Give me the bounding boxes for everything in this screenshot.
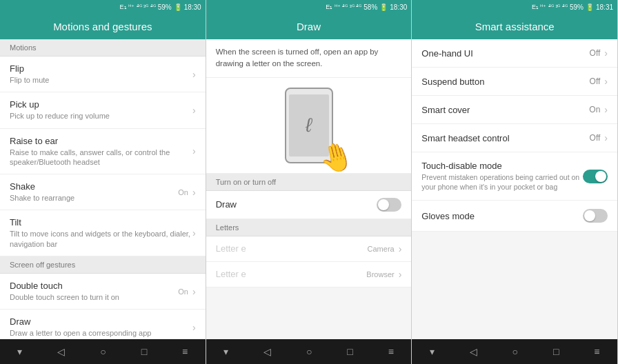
pickup-sub: Pick up to reduce ring volume bbox=[10, 111, 192, 121]
shake-title: Shake bbox=[10, 181, 178, 192]
list-item-shake[interactable]: Shake Shake to rearrange On › bbox=[0, 174, 206, 210]
chevron-double-touch: › bbox=[192, 286, 196, 297]
header-motions: Motions and gestures bbox=[0, 14, 206, 39]
panel-smart-assistance: E₁ ᴴ⁺ ⁴ᴳ ³ᴳ ⁴ᴳ 59% 🔋 18:31 Smart assista… bbox=[412, 0, 618, 364]
chevron-camera: › bbox=[399, 243, 402, 254]
time-1: 18:30 bbox=[184, 3, 201, 11]
smart-row-one-hand-ui[interactable]: One-hand UI Off › bbox=[412, 39, 617, 68]
touch-disable-toggle[interactable] bbox=[583, 170, 608, 183]
chevron-one-hand: › bbox=[604, 48, 608, 59]
section-turn-on-off: Turn on or turn off bbox=[206, 174, 412, 191]
smart-cover-value: On bbox=[589, 105, 600, 114]
nav-home-2[interactable]: ○ bbox=[306, 346, 312, 357]
nav-back-3[interactable]: ▾ bbox=[430, 346, 435, 357]
touch-disable-title: Touch-disable mode bbox=[421, 161, 583, 171]
nav-back-arrow-3[interactable]: ◁ bbox=[470, 346, 477, 357]
suspend-button-title: Suspend button bbox=[421, 77, 589, 87]
smart-row-headset-control[interactable]: Smart headset control Off › bbox=[412, 124, 617, 152]
draw-letter-icon: ℓ bbox=[306, 114, 312, 136]
list-item-letter-camera[interactable]: Letter e Camera › bbox=[206, 236, 412, 262]
status-bar-3: E₁ ᴴ⁺ ⁴ᴳ ³ᴳ ⁴ᴳ 59% 🔋 18:31 bbox=[412, 0, 617, 14]
nav-back-arrow-2[interactable]: ◁ bbox=[263, 346, 271, 357]
smart-row-smart-cover[interactable]: Smart cover On › bbox=[412, 96, 617, 124]
nav-back-arrow-1[interactable]: ◁ bbox=[57, 346, 65, 357]
chevron-smart-cover: › bbox=[604, 104, 608, 115]
time-3: 18:31 bbox=[596, 3, 613, 11]
nav-bar-2: ▾ ◁ ○ □ ≡ bbox=[206, 339, 412, 364]
gloves-mode-title: Gloves mode bbox=[421, 211, 583, 221]
nav-menu-3[interactable]: ≡ bbox=[594, 346, 599, 357]
toggle-knob-gloves bbox=[584, 210, 595, 221]
list-item-letter-browser[interactable]: Letter e Browser › bbox=[206, 262, 412, 287]
letter-browser-app: Browser bbox=[366, 270, 394, 279]
pickup-title: Pick up bbox=[10, 99, 192, 110]
list-item-draw-toggle[interactable]: Draw bbox=[206, 191, 412, 219]
chevron-raise: › bbox=[192, 145, 196, 156]
list-item-pickup[interactable]: Pick up Pick up to reduce ring volume › bbox=[0, 92, 206, 128]
nav-menu-2[interactable]: ≡ bbox=[388, 346, 394, 357]
double-touch-sub: Double touch screen to turn it on bbox=[10, 292, 178, 302]
nav-back-1[interactable]: ▾ bbox=[17, 346, 22, 357]
smart-row-suspend-button[interactable]: Suspend button Off › bbox=[412, 68, 617, 96]
nav-menu-1[interactable]: ≡ bbox=[182, 346, 188, 357]
signal-1: E₁ ᴴ⁺ ⁴ᴳ ³ᴳ ⁴ᴳ bbox=[120, 3, 156, 10]
list-item-double-touch[interactable]: Double touch Double touch screen to turn… bbox=[0, 274, 206, 310]
nav-recents-3[interactable]: □ bbox=[553, 346, 559, 357]
list-item-raise[interactable]: Raise to ear Raise to make calls, answer… bbox=[0, 129, 206, 175]
draw-sub-1: Draw a letter to open a corresponding ap… bbox=[10, 328, 192, 338]
draw-toggle[interactable] bbox=[377, 198, 401, 212]
header-draw: Draw bbox=[206, 14, 412, 39]
status-bar-2: E₁ ᴴ⁺ ⁴ᴳ ³ᴳ ⁴ᴳ 58% 🔋 18:30 bbox=[206, 0, 412, 14]
letter-camera-label: Letter e bbox=[216, 243, 368, 254]
battery-icon-3: 🔋 bbox=[586, 3, 594, 11]
nav-bar-3: ▾ ◁ ○ □ ≡ bbox=[412, 339, 617, 364]
section-letters: Letters bbox=[206, 219, 412, 236]
nav-recents-1[interactable]: □ bbox=[141, 346, 147, 357]
gloves-mode-toggle[interactable] bbox=[583, 209, 608, 223]
battery-icon-2: 🔋 bbox=[379, 3, 388, 11]
chevron-headset: › bbox=[604, 132, 608, 143]
chevron-browser: › bbox=[399, 269, 402, 280]
toggle-knob-draw bbox=[378, 199, 389, 210]
header-smart: Smart assistance bbox=[412, 14, 617, 39]
letter-browser-label: Letter e bbox=[216, 269, 367, 279]
draw-illustration: ℓ 🤚 bbox=[206, 78, 412, 174]
chevron-tilt: › bbox=[192, 228, 196, 239]
headset-control-title: Smart headset control bbox=[421, 133, 589, 143]
smart-row-gloves-mode[interactable]: Gloves mode bbox=[412, 201, 617, 232]
signal-3: E₁ ᴴ⁺ ⁴ᴳ ³ᴳ ⁴ᴳ bbox=[532, 3, 568, 10]
nav-recents-2[interactable]: □ bbox=[347, 346, 352, 357]
chevron-shake: › bbox=[192, 187, 196, 198]
double-touch-value: On bbox=[178, 287, 188, 296]
nav-home-3[interactable]: ○ bbox=[512, 346, 518, 357]
battery-1: 59% bbox=[158, 3, 172, 11]
headset-control-value: Off bbox=[590, 133, 601, 143]
tilt-sub: Tilt to move icons and widgets or the ke… bbox=[10, 229, 192, 249]
toggle-knob-touch-disable bbox=[595, 171, 606, 182]
smart-row-touch-disable[interactable]: Touch-disable mode Prevent mistaken oper… bbox=[412, 152, 617, 201]
panel-draw: E₁ ᴴ⁺ ⁴ᴳ ³ᴳ ⁴ᴳ 58% 🔋 18:30 Draw When the… bbox=[206, 0, 412, 364]
flip-title: Flip bbox=[10, 63, 192, 74]
draw-description: When the screen is turned off, open an a… bbox=[206, 39, 412, 78]
signal-2: E₁ ᴴ⁺ ⁴ᴳ ³ᴳ ⁴ᴳ bbox=[326, 3, 361, 10]
touch-disable-sub: Prevent mistaken operations being carrie… bbox=[421, 173, 583, 192]
raise-sub: Raise to make calls, answer calls, or co… bbox=[10, 148, 192, 168]
tilt-title: Tilt bbox=[10, 217, 192, 228]
battery-3: 59% bbox=[570, 3, 584, 11]
section-screen-off: Screen off gestures bbox=[0, 256, 206, 274]
nav-back-2[interactable]: ▾ bbox=[223, 346, 228, 357]
list-item-flip[interactable]: Flip Flip to mute › bbox=[0, 57, 206, 92]
chevron-flip: › bbox=[192, 69, 196, 80]
chevron-pickup: › bbox=[192, 105, 196, 116]
draw-title-1: Draw bbox=[10, 316, 192, 327]
letter-camera-app: Camera bbox=[368, 245, 395, 253]
nav-bar-1: ▾ ◁ ○ □ ≡ bbox=[0, 339, 206, 364]
list-item-draw[interactable]: Draw Draw a letter to open a correspondi… bbox=[0, 310, 206, 339]
battery-2: 58% bbox=[363, 3, 377, 11]
list-item-tilt[interactable]: Tilt Tilt to move icons and widgets or t… bbox=[0, 210, 206, 256]
suspend-button-value: Off bbox=[590, 77, 601, 86]
flip-sub: Flip to mute bbox=[10, 75, 192, 85]
nav-home-1[interactable]: ○ bbox=[100, 346, 106, 357]
draw-toggle-title: Draw bbox=[216, 199, 377, 210]
one-hand-ui-value: Off bbox=[590, 48, 601, 58]
